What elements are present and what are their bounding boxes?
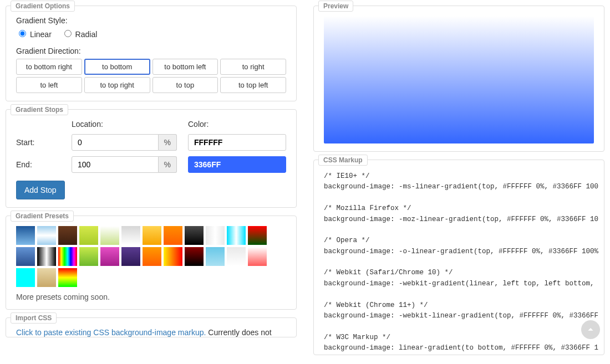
- stop-color-input-0[interactable]: [188, 134, 286, 151]
- import-css-panel: Import CSS Click to paste existing CSS b…: [6, 317, 297, 337]
- stop-color-input-1[interactable]: [188, 156, 286, 173]
- direction-to-right[interactable]: to right: [220, 59, 286, 75]
- presets-note: More presets coming soon.: [16, 293, 286, 301]
- scroll-to-top-button[interactable]: [581, 320, 600, 339]
- import-css-text: Currently does not: [206, 328, 271, 337]
- chevron-up-icon: [587, 326, 594, 334]
- percent-addon: %: [159, 134, 177, 151]
- preset-swatch-13[interactable]: [37, 247, 56, 266]
- preset-swatch-14[interactable]: [58, 247, 77, 266]
- direction-to-bottom[interactable]: to bottom: [84, 59, 150, 75]
- direction-to-top-left[interactable]: to top left: [220, 77, 286, 93]
- stop-label-1: End:: [16, 160, 60, 169]
- radio-linear-label: Linear: [30, 30, 52, 39]
- direction-to-left[interactable]: to left: [16, 77, 82, 93]
- preset-swatch-18[interactable]: [143, 247, 161, 266]
- radio-linear[interactable]: Linear: [16, 30, 54, 39]
- gradient-direction-label: Gradient Direction:: [16, 47, 286, 55]
- preset-swatch-8[interactable]: [185, 226, 204, 245]
- radio-radial-label: Radial: [75, 30, 98, 39]
- css-output[interactable]: /* IE10+ */ background-image: -ms-linear…: [322, 168, 598, 355]
- preset-swatch-6[interactable]: [143, 226, 161, 245]
- preset-swatch-24[interactable]: [16, 268, 35, 287]
- preset-swatch-23[interactable]: [248, 247, 267, 266]
- preset-swatch-16[interactable]: [100, 247, 119, 266]
- preset-swatch-26[interactable]: [58, 268, 77, 287]
- percent-addon: %: [159, 156, 177, 173]
- preset-swatch-1[interactable]: [37, 226, 56, 245]
- preset-swatch-25[interactable]: [37, 268, 56, 287]
- preset-swatch-4[interactable]: [100, 226, 119, 245]
- direction-to-bottom-left[interactable]: to bottom left: [152, 59, 218, 75]
- preset-swatch-2[interactable]: [58, 226, 77, 245]
- stop-location-input-1[interactable]: [72, 156, 159, 173]
- location-header: Location:: [72, 120, 177, 129]
- preset-swatch-7[interactable]: [164, 226, 182, 245]
- panel-title: Preview: [318, 1, 353, 12]
- preset-swatch-3[interactable]: [79, 226, 98, 245]
- preset-swatch-15[interactable]: [79, 247, 98, 266]
- gradient-stops-panel: Gradient Stops Location: Color: Start:%E…: [6, 109, 297, 208]
- radio-radial[interactable]: Radial: [62, 30, 98, 39]
- preset-swatch-21[interactable]: [206, 247, 225, 266]
- preview-panel: Preview: [313, 6, 604, 152]
- preset-swatch-11[interactable]: [248, 226, 267, 245]
- panel-title: Gradient Presets: [11, 211, 74, 222]
- preset-swatch-9[interactable]: [206, 226, 225, 245]
- panel-title: CSS Markup: [318, 155, 368, 166]
- import-css-link[interactable]: Click to paste existing CSS background-i…: [16, 328, 206, 337]
- radio-radial-input[interactable]: [64, 30, 72, 37]
- preset-swatch-12[interactable]: [16, 247, 35, 266]
- preset-swatch-19[interactable]: [164, 247, 182, 266]
- color-header: Color:: [188, 120, 286, 129]
- gradient-options-panel: Gradient Options Gradient Style: Linear …: [6, 6, 297, 101]
- direction-to-bottom-right[interactable]: to bottom right: [16, 59, 82, 75]
- direction-to-top-right[interactable]: to top right: [84, 77, 150, 93]
- stop-label-0: Start:: [16, 138, 60, 147]
- preset-swatch-20[interactable]: [185, 247, 204, 266]
- gradient-presets-panel: Gradient Presets More presets coming soo…: [6, 216, 297, 310]
- add-stop-button[interactable]: Add Stop: [16, 181, 65, 199]
- gradient-preview: [324, 16, 594, 143]
- preset-swatch-22[interactable]: [227, 247, 246, 266]
- css-markup-panel: CSS Markup /* IE10+ */ background-image:…: [313, 160, 604, 355]
- preset-swatch-0[interactable]: [16, 226, 35, 245]
- panel-title: Gradient Stops: [11, 104, 68, 115]
- radio-linear-input[interactable]: [19, 30, 26, 37]
- panel-title: Gradient Options: [11, 1, 75, 12]
- preset-swatch-10[interactable]: [227, 226, 246, 245]
- stop-location-input-0[interactable]: [72, 134, 159, 151]
- gradient-style-label: Gradient Style:: [16, 16, 286, 25]
- panel-title: Import CSS: [11, 312, 57, 324]
- preset-swatch-5[interactable]: [121, 226, 140, 245]
- preset-swatch-17[interactable]: [121, 247, 140, 266]
- direction-to-top[interactable]: to top: [152, 77, 218, 93]
